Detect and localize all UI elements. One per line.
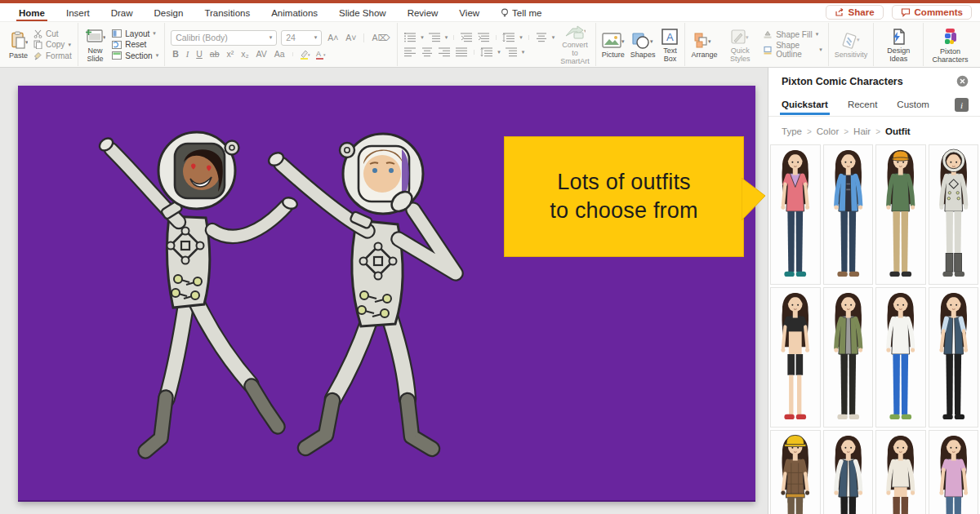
font-size-select[interactable]: 24▾ bbox=[281, 30, 322, 46]
panel-tabs: QuickstartRecentCustomi bbox=[768, 92, 980, 116]
menu-transitions[interactable]: Transitions bbox=[194, 6, 261, 21]
change-case-icon[interactable]: Aa bbox=[273, 49, 287, 59]
picture-button[interactable]: ▾ Picture bbox=[602, 29, 625, 60]
tab-quickstart[interactable]: Quickstart bbox=[782, 100, 828, 115]
text-box-button[interactable]: A Text Box bbox=[661, 25, 679, 64]
slide[interactable]: Lots of outfits to choose from bbox=[18, 86, 755, 502]
quick-styles-button[interactable]: ▾ Quick Styles bbox=[723, 25, 757, 64]
character-tile-12[interactable] bbox=[929, 430, 979, 514]
layout-button[interactable]: Layout▾ bbox=[112, 29, 158, 38]
copy-button[interactable]: Copy▾ bbox=[33, 40, 72, 49]
highlight-color-icon[interactable]: ▾ bbox=[299, 49, 310, 60]
share-icon bbox=[835, 7, 844, 17]
character-tile-2[interactable] bbox=[823, 144, 874, 285]
astronaut-girl-dancing[interactable] bbox=[97, 132, 299, 451]
underline-icon[interactable]: U bbox=[194, 49, 204, 59]
align-center-icon[interactable] bbox=[421, 47, 434, 58]
character-tile-1[interactable] bbox=[770, 144, 821, 285]
character-spacing-icon[interactable]: AV bbox=[255, 49, 269, 59]
pixton-characters-button[interactable]: Pixton Characters bbox=[929, 24, 971, 64]
character-tile-3[interactable] bbox=[875, 144, 926, 285]
indent-icon[interactable] bbox=[477, 32, 490, 43]
paste-label: Paste bbox=[9, 52, 28, 60]
menu-home[interactable]: Home bbox=[8, 6, 56, 21]
superscript-icon[interactable]: x² bbox=[225, 49, 236, 59]
subscript-icon[interactable]: x₂ bbox=[239, 49, 250, 59]
font-name-select[interactable]: Calibri (Body)▾ bbox=[171, 30, 277, 46]
tab-recent[interactable]: Recent bbox=[848, 100, 877, 115]
align-right-icon[interactable] bbox=[438, 47, 451, 58]
format-painter-button[interactable]: Format bbox=[33, 51, 72, 60]
character-tile-8[interactable] bbox=[929, 287, 979, 428]
character-tile-4[interactable] bbox=[929, 144, 979, 285]
sensitivity-button[interactable]: ▾ Sensitivity bbox=[835, 29, 868, 60]
paste-button[interactable]: ▾ Paste bbox=[9, 29, 28, 60]
astronaut-boy-dabbing[interactable] bbox=[266, 134, 456, 449]
breadcrumb-type[interactable]: Type bbox=[782, 126, 802, 136]
shape-outline-icon bbox=[763, 46, 773, 55]
menu-review[interactable]: Review bbox=[397, 6, 449, 21]
align-left-icon[interactable] bbox=[403, 47, 416, 58]
justify-icon[interactable] bbox=[455, 47, 468, 58]
menu-draw[interactable]: Draw bbox=[100, 6, 144, 21]
panel-header: Pixton Comic Characters bbox=[768, 68, 980, 92]
character-tile-11[interactable] bbox=[875, 430, 926, 514]
svg-text:A: A bbox=[316, 50, 321, 58]
clear-formatting-button[interactable]: A⌦ bbox=[370, 33, 391, 42]
menu-insert[interactable]: Insert bbox=[56, 6, 100, 21]
bullet-list-icon[interactable] bbox=[403, 32, 416, 43]
powerpoint-window: HomeInsertDrawDesignTransitionsAnimation… bbox=[0, 0, 980, 514]
align-text-icon[interactable] bbox=[505, 47, 518, 58]
menu-slide-show[interactable]: Slide Show bbox=[328, 6, 397, 21]
share-button[interactable]: Share bbox=[826, 5, 884, 20]
quick-styles-icon: ▾ bbox=[729, 28, 751, 46]
svg-text:A: A bbox=[666, 31, 674, 43]
shape-outline-button[interactable]: Shape Outline▾ bbox=[763, 41, 822, 59]
shapes-label: Shapes bbox=[630, 51, 656, 60]
character-thumbnail bbox=[824, 431, 873, 514]
new-slide-button[interactable]: ▾ New Slide bbox=[84, 25, 107, 64]
shape-fill-button[interactable]: Shape Fill▾ bbox=[763, 30, 822, 39]
font-color-icon[interactable]: A▾ bbox=[314, 49, 326, 60]
character-tile-9[interactable] bbox=[770, 430, 821, 514]
breadcrumb-hair[interactable]: Hair bbox=[853, 126, 871, 136]
comments-button[interactable]: Comments bbox=[892, 5, 972, 20]
strikethrough-icon[interactable]: ab bbox=[208, 49, 221, 59]
design-ideas-button[interactable]: Design Ideas bbox=[880, 25, 917, 64]
character-tile-6[interactable] bbox=[823, 287, 874, 428]
outdent-icon[interactable] bbox=[460, 32, 473, 43]
character-thumbnail bbox=[771, 431, 820, 514]
tab-custom[interactable]: Custom bbox=[897, 100, 929, 115]
character-tile-7[interactable] bbox=[875, 287, 926, 428]
text-direction-icon[interactable] bbox=[480, 47, 493, 58]
convert-smartart-button[interactable]: ▾ Convert to SmartArt bbox=[560, 23, 590, 66]
reset-button[interactable]: Reset bbox=[112, 40, 158, 49]
cut-button[interactable]: Cut bbox=[33, 29, 72, 38]
grow-font-button[interactable]: A˄ bbox=[326, 33, 340, 42]
bold-icon[interactable]: B bbox=[171, 49, 180, 59]
shrink-font-button[interactable]: A˅ bbox=[344, 33, 358, 42]
line-spacing-icon[interactable] bbox=[502, 32, 515, 43]
panel-close-icon[interactable] bbox=[956, 75, 969, 87]
italic-icon[interactable]: I bbox=[185, 50, 191, 59]
columns-icon[interactable] bbox=[535, 32, 548, 43]
menu-design[interactable]: Design bbox=[144, 6, 194, 21]
breadcrumb-outfit[interactable]: Outfit bbox=[885, 126, 911, 136]
picture-icon: ▾ bbox=[602, 32, 625, 50]
menu-animations[interactable]: Animations bbox=[261, 6, 328, 21]
insert-group: ▾ Picture ▾ Shapes A Text Box bbox=[596, 23, 686, 66]
info-button[interactable]: i bbox=[955, 98, 969, 112]
menu-view[interactable]: View bbox=[448, 6, 490, 21]
convert-smartart-label: Convert to SmartArt bbox=[560, 42, 590, 66]
character-tile-5[interactable] bbox=[770, 287, 821, 428]
clipboard-stack: Cut Copy▾ Format bbox=[33, 29, 72, 60]
numbered-list-icon[interactable] bbox=[428, 32, 441, 43]
arrange-button[interactable]: ▾ Arrange bbox=[691, 29, 717, 60]
breadcrumb-color[interactable]: Color bbox=[817, 126, 839, 136]
character-tile-10[interactable] bbox=[823, 430, 874, 514]
editing-canvas[interactable]: Lots of outfits to choose from bbox=[0, 68, 768, 514]
section-button[interactable]: Section▾ bbox=[112, 51, 158, 60]
callout-shape[interactable]: Lots of outfits to choose from bbox=[504, 136, 744, 257]
menu-tell-me[interactable]: Tell me bbox=[490, 6, 552, 21]
shapes-button[interactable]: ▾ Shapes bbox=[630, 29, 656, 60]
